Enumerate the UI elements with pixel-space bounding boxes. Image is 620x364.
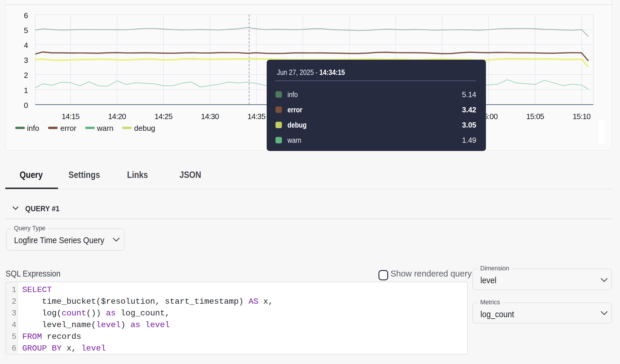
- svg-text:3: 3: [24, 56, 28, 65]
- svg-text:14:25: 14:25: [155, 112, 172, 121]
- svg-text:1: 1: [24, 86, 28, 95]
- svg-text:4: 4: [24, 41, 28, 50]
- svg-text:14:30: 14:30: [201, 112, 219, 121]
- svg-text:6: 6: [24, 11, 28, 20]
- svg-text:15:05: 15:05: [526, 112, 544, 121]
- svg-text:0: 0: [24, 101, 28, 110]
- svg-text:5: 5: [24, 26, 28, 35]
- svg-text:15:10: 15:10: [573, 112, 590, 121]
- svg-text:14:15: 14:15: [61, 112, 79, 121]
- svg-text:14:20: 14:20: [108, 112, 126, 121]
- svg-text:14:35: 14:35: [247, 112, 265, 121]
- svg-text:2: 2: [24, 71, 28, 80]
